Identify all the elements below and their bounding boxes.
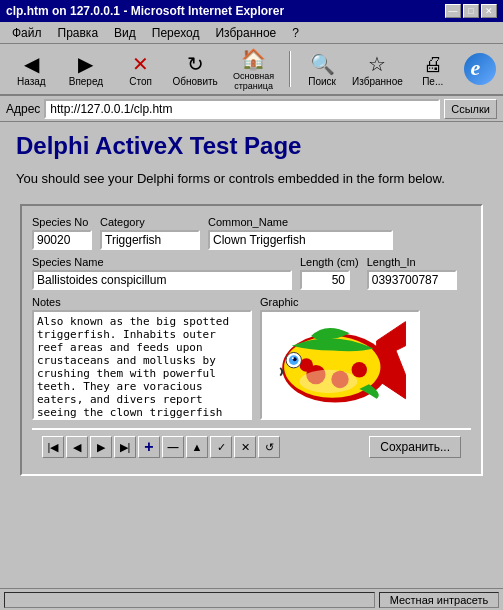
length-in-label: Length_In bbox=[367, 256, 457, 268]
svg-point-6 bbox=[300, 370, 358, 393]
form-row-2: Species Name Length (cm) Length_In bbox=[32, 256, 471, 290]
notes-textarea[interactable] bbox=[32, 310, 252, 420]
window-controls: — □ ✕ bbox=[445, 4, 497, 18]
notes-graphic-row: Notes Graphic bbox=[32, 296, 471, 420]
status-bar: Местная интрасеть bbox=[0, 588, 503, 610]
page-title: Delphi ActiveX Test Page bbox=[16, 132, 487, 160]
last-record-button[interactable]: ▶| bbox=[114, 436, 136, 458]
ie-logo bbox=[462, 51, 497, 87]
close-button[interactable]: ✕ bbox=[481, 4, 497, 18]
favorites-button[interactable]: ☆ Избранное bbox=[351, 47, 403, 91]
notes-label: Notes bbox=[32, 296, 252, 308]
stop-button[interactable]: ✕ Стоп bbox=[115, 47, 166, 91]
title-bar: clp.htm on 127.0.0.1 - Microsoft Interne… bbox=[0, 0, 503, 22]
species-name-input[interactable] bbox=[32, 270, 292, 290]
forward-icon: ▶ bbox=[78, 52, 93, 76]
species-no-label: Species No bbox=[32, 216, 92, 228]
toolbar-divider bbox=[289, 51, 291, 87]
common-name-field: Common_Name bbox=[208, 216, 393, 250]
category-input[interactable] bbox=[100, 230, 200, 250]
graphic-box bbox=[260, 310, 420, 420]
print-icon: 🖨 bbox=[423, 52, 443, 76]
move-up-button[interactable]: ▲ bbox=[186, 436, 208, 458]
favorites-icon: ☆ bbox=[368, 52, 386, 76]
delete-record-button[interactable]: — bbox=[162, 436, 184, 458]
print-button[interactable]: 🖨 Пе... bbox=[407, 47, 458, 91]
home-label: Основная страница bbox=[225, 71, 281, 91]
address-label: Адрес bbox=[6, 102, 40, 116]
refresh-icon: ↻ bbox=[187, 52, 204, 76]
status-zone: Местная интрасеть bbox=[379, 592, 499, 608]
forward-label: Вперед bbox=[69, 76, 103, 87]
nav-bar: |◀ ◀ ▶ ▶| + — ▲ ✓ ✕ ↺ Сохранить... bbox=[32, 428, 471, 464]
back-label: Назад bbox=[17, 76, 46, 87]
confirm-button[interactable]: ✓ bbox=[210, 436, 232, 458]
favorites-label: Избранное bbox=[352, 76, 403, 87]
refresh-nav-button[interactable]: ↺ bbox=[258, 436, 280, 458]
window-title: clp.htm on 127.0.0.1 - Microsoft Interne… bbox=[6, 4, 284, 18]
minimize-button[interactable]: — bbox=[445, 4, 461, 18]
menu-view[interactable]: Вид bbox=[106, 24, 144, 42]
search-button[interactable]: 🔍 Поиск bbox=[297, 47, 348, 91]
prev-record-button[interactable]: ◀ bbox=[66, 436, 88, 458]
address-input[interactable] bbox=[44, 99, 440, 119]
print-label: Пе... bbox=[422, 76, 443, 87]
category-label: Category bbox=[100, 216, 200, 228]
svg-point-10 bbox=[292, 357, 294, 359]
toolbar: ◀ Назад ▶ Вперед ✕ Стоп ↻ Обновить 🏠 Осн… bbox=[0, 44, 503, 96]
content-area: Delphi ActiveX Test Page You should see … bbox=[0, 122, 503, 588]
length-field: Length (cm) bbox=[300, 256, 359, 290]
home-button[interactable]: 🏠 Основная страница bbox=[224, 47, 282, 91]
species-no-field: Species No bbox=[32, 216, 92, 250]
next-record-button[interactable]: ▶ bbox=[90, 436, 112, 458]
add-record-button[interactable]: + bbox=[138, 436, 160, 458]
back-icon: ◀ bbox=[24, 52, 39, 76]
menu-help[interactable]: ? bbox=[284, 24, 307, 42]
stop-label: Стоп bbox=[129, 76, 152, 87]
page-description: You should see your Delphi forms or cont… bbox=[16, 170, 487, 188]
home-icon: 🏠 bbox=[241, 47, 266, 71]
links-button[interactable]: Ссылки bbox=[444, 99, 497, 119]
category-field: Category bbox=[100, 216, 200, 250]
cancel-nav-button[interactable]: ✕ bbox=[234, 436, 256, 458]
length-in-field: Length_In bbox=[367, 256, 457, 290]
species-no-input[interactable] bbox=[32, 230, 92, 250]
back-button[interactable]: ◀ Назад bbox=[6, 47, 57, 91]
ie-icon bbox=[464, 53, 496, 85]
save-button[interactable]: Сохранить... bbox=[369, 436, 461, 458]
search-label: Поиск bbox=[308, 76, 336, 87]
graphic-section: Graphic bbox=[260, 296, 420, 420]
webpage: Delphi ActiveX Test Page You should see … bbox=[0, 122, 503, 588]
stop-icon: ✕ bbox=[132, 52, 149, 76]
address-bar: Адрес Ссылки bbox=[0, 96, 503, 122]
fish-graphic bbox=[262, 312, 418, 418]
search-icon: 🔍 bbox=[310, 52, 335, 76]
svg-point-4 bbox=[352, 362, 367, 377]
species-name-field: Species Name bbox=[32, 256, 292, 290]
first-record-button[interactable]: |◀ bbox=[42, 436, 64, 458]
common-name-input[interactable] bbox=[208, 230, 393, 250]
nav-buttons: |◀ ◀ ▶ ▶| + — ▲ ✓ ✕ ↺ bbox=[42, 436, 280, 458]
status-text bbox=[4, 592, 375, 608]
length-label: Length (cm) bbox=[300, 256, 359, 268]
length-in-input[interactable] bbox=[367, 270, 457, 290]
form-row-1: Species No Category Common_Name bbox=[32, 216, 471, 250]
menu-bar: Файл Правка Вид Переход Избранное ? bbox=[0, 22, 503, 44]
maximize-button[interactable]: □ bbox=[463, 4, 479, 18]
menu-file[interactable]: Файл bbox=[4, 24, 50, 42]
refresh-button[interactable]: ↻ Обновить bbox=[170, 47, 221, 91]
graphic-label: Graphic bbox=[260, 296, 420, 308]
activex-form-panel: Species No Category Common_Name Species … bbox=[20, 204, 483, 476]
menu-edit[interactable]: Правка bbox=[50, 24, 107, 42]
forward-button[interactable]: ▶ Вперед bbox=[61, 47, 112, 91]
menu-favorites[interactable]: Избранное bbox=[207, 24, 284, 42]
length-input[interactable] bbox=[300, 270, 350, 290]
refresh-label: Обновить bbox=[172, 76, 217, 87]
menu-go[interactable]: Переход bbox=[144, 24, 208, 42]
common-name-label: Common_Name bbox=[208, 216, 393, 228]
notes-section: Notes bbox=[32, 296, 252, 420]
species-name-label: Species Name bbox=[32, 256, 292, 268]
